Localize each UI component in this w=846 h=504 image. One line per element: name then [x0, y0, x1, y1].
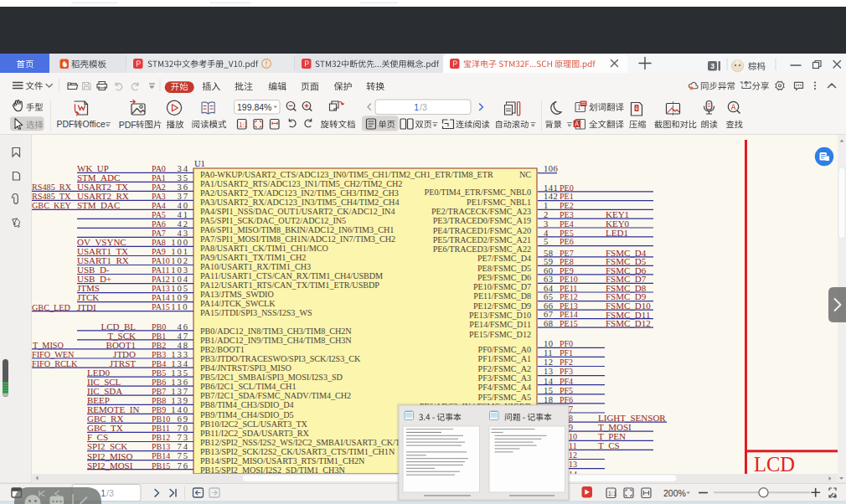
svg-text:PA10/USART1_RX/TIM1_CH3: PA10/USART1_RX/TIM1_CH3	[200, 262, 311, 271]
svg-text:67: 67	[544, 310, 553, 319]
svg-text:PB8: PB8	[152, 396, 166, 405]
svg-text:PF3: PF3	[560, 367, 573, 376]
svg-text:PA0: PA0	[152, 164, 166, 173]
svg-text:64: 64	[544, 284, 554, 293]
svg-text:PA7: PA7	[152, 229, 166, 238]
svg-text:PB12: PB12	[152, 433, 170, 442]
svg-text:T_CS: T_CS	[598, 440, 620, 450]
svg-text:RS485_TX: RS485_TX	[32, 192, 71, 201]
svg-text:PF0: PF0	[560, 339, 573, 348]
svg-text:36: 36	[178, 183, 189, 192]
svg-text:PE9/FSMC_D6: PE9/FSMC_D6	[477, 273, 531, 282]
svg-text:76: 76	[178, 461, 189, 471]
svg-text:PA4/SPI1_NSS/DAC_OUT1/USART2_C: PA4/SPI1_NSS/DAC_OUT1/USART2_CK/ADC12_IN…	[200, 207, 395, 216]
svg-text:PA0-WKUP/USART2_CTS/ADC123_IN0: PA0-WKUP/USART2_CTS/ADC123_IN0/TIM5_CH1/…	[200, 170, 493, 179]
svg-text:PB7/I2C1_SDA/FSMC_NADV/TIM4_CH: PB7/I2C1_SDA/FSMC_NADV/TIM4_CH2	[200, 391, 351, 400]
svg-text:PE12/FSMC_D9: PE12/FSMC_D9	[473, 301, 531, 311]
svg-text:PE10: PE10	[560, 275, 578, 284]
svg-text:3: 3	[710, 62, 714, 70]
svg-text:14: 14	[544, 377, 554, 386]
svg-text:PF5: PF5	[560, 386, 573, 395]
svg-text:74: 74	[178, 442, 189, 451]
svg-text:PB0: PB0	[152, 322, 166, 332]
svg-text:66: 66	[544, 301, 553, 311]
svg-text:JTRST: JTRST	[110, 358, 136, 368]
svg-text:1: 1	[544, 201, 549, 210]
svg-text:PB7: PB7	[152, 387, 166, 396]
svg-text:PA13: PA13	[152, 284, 170, 293]
svg-text:PE10/FSMC_D7: PE10/FSMC_D7	[473, 282, 531, 291]
svg-text:142: 142	[544, 192, 558, 201]
svg-text:PB6/I2C1_SCL/TIM4_CH1: PB6/I2C1_SCL/TIM4_CH1	[200, 382, 296, 391]
svg-text:PE5/TRACED2/FSMC_A21: PE5/TRACED2/FSMC_A21	[433, 235, 531, 244]
svg-text:1: 1	[414, 102, 419, 112]
svg-text:Office: Office	[83, 119, 106, 129]
svg-text:136: 136	[171, 378, 189, 387]
svg-text:PE5: PE5	[560, 229, 574, 238]
svg-text:/3: /3	[106, 488, 114, 498]
svg-text:SPI2_MOSI: SPI2_MOSI	[87, 460, 133, 471]
svg-text:PE0: PE0	[560, 183, 574, 193]
svg-text:PE2: PE2	[560, 201, 574, 210]
svg-text:PA12: PA12	[152, 275, 170, 284]
svg-text:PB11: PB11	[152, 424, 170, 433]
svg-text:PB2/BOOT1: PB2/BOOT1	[200, 345, 245, 354]
svg-text:PA15/JTDI/SPI3_NSS/I2S3_WS: PA15/JTDI/SPI3_NSS/I2S3_WS	[200, 308, 312, 317]
svg-text:PF1: PF1	[560, 348, 573, 357]
svg-text:137: 137	[171, 387, 189, 396]
svg-text:PA12/USART1_RTS/CAN_TX/TIM1_ET: PA12/USART1_RTS/CAN_TX/TIM1_ETR/USBDP	[200, 280, 379, 290]
svg-text:PF1/FSMC_A1: PF1/FSMC_A1	[478, 354, 531, 363]
svg-text:63: 63	[544, 275, 553, 284]
svg-text:/3: /3	[420, 102, 427, 112]
svg-text:PE15: PE15	[560, 319, 578, 328]
svg-text:58: 58	[544, 249, 553, 258]
svg-text:PA1: PA1	[152, 173, 166, 183]
svg-text:PE4/TRACED1/FSMC_A20: PE4/TRACED1/FSMC_A20	[433, 226, 531, 235]
svg-text:PA2: PA2	[152, 183, 166, 192]
svg-text:PE9: PE9	[560, 266, 574, 275]
svg-text:200%: 200%	[663, 488, 686, 498]
svg-text:100: 100	[171, 238, 189, 247]
svg-text:PA1/USART2_RTS/ADC123_IN1/TIM5: PA1/USART2_RTS/ADC123_IN1/TIM5_CH2/TIM2_…	[200, 179, 402, 188]
svg-text:PF2: PF2	[560, 357, 573, 367]
svg-text:NC: NC	[519, 170, 531, 179]
svg-text:3: 3	[544, 219, 549, 229]
svg-text:PA14/JTCK_SWCLK: PA14/JTCK_SWCLK	[200, 299, 276, 308]
svg-text:10: 10	[544, 339, 553, 348]
svg-text:37: 37	[178, 192, 189, 201]
svg-text:PE2/TRACECK/FSMC_A23: PE2/TRACECK/FSMC_A23	[431, 207, 531, 216]
svg-text:101: 101	[171, 247, 189, 256]
svg-text:65: 65	[544, 292, 553, 301]
svg-text:PA14: PA14	[152, 293, 170, 302]
svg-text:PF5/FSMC_A5: PF5/FSMC_A5	[478, 393, 531, 402]
svg-text:PE6/TRACED3/FSMC_A22: PE6/TRACED3/FSMC_A22	[433, 244, 531, 254]
svg-text:PA6/SPI1_MISO/TIM8_BKIN/ADC12_: PA6/SPI1_MISO/TIM8_BKIN/ADC12_IN6/TIM3_C…	[200, 225, 394, 234]
svg-text:PA8/USART1_CK/TIM1_CH1/MCO: PA8/USART1_CK/TIM1_CH1/MCO	[200, 244, 328, 253]
svg-text:PDF: PDF	[57, 119, 75, 129]
svg-text:109: 109	[171, 293, 189, 302]
svg-text:PB2: PB2	[152, 341, 166, 350]
svg-text:PE14: PE14	[560, 310, 578, 319]
svg-text:PF4: PF4	[560, 377, 573, 386]
svg-text:134: 134	[171, 359, 189, 368]
svg-text:FIFO_RCLK: FIFO_RCLK	[32, 359, 78, 368]
svg-text:PB1/ADC12_IN9/TIM3_CH4/TIM8_CH: PB1/ADC12_IN9/TIM3_CH4/TIM8_CH3N	[200, 336, 352, 345]
svg-text:PE0/TIM4_ETR/FSMC_NBL0: PE0/TIM4_ETR/FSMC_NBL0	[425, 188, 531, 197]
svg-text:PA4: PA4	[152, 201, 166, 210]
svg-text:PB6: PB6	[152, 378, 166, 387]
svg-text:PB13: PB13	[152, 442, 170, 451]
svg-text:69: 69	[178, 414, 189, 424]
svg-text:LCD: LCD	[754, 453, 795, 476]
svg-text:GBC_KEY: GBC_KEY	[32, 201, 72, 210]
svg-text:PE13/FSMC_D10: PE13/FSMC_D10	[469, 311, 531, 320]
svg-text:PA10: PA10	[152, 256, 170, 265]
svg-text:11: 11	[544, 348, 553, 357]
svg-text:STM_DAC: STM_DAC	[77, 200, 120, 210]
svg-text:43: 43	[178, 229, 189, 238]
svg-text:70: 70	[178, 424, 189, 433]
svg-text:PA15: PA15	[152, 302, 170, 311]
svg-text:PE11/FSMC_D8: PE11/FSMC_D8	[473, 291, 531, 301]
svg-text:PB1: PB1	[152, 332, 166, 341]
svg-text:PB9/TIM4_CH4/SDIO_D5: PB9/TIM4_CH4/SDIO_D5	[200, 410, 294, 419]
svg-text:RS485_RX: RS485_RX	[32, 183, 72, 192]
